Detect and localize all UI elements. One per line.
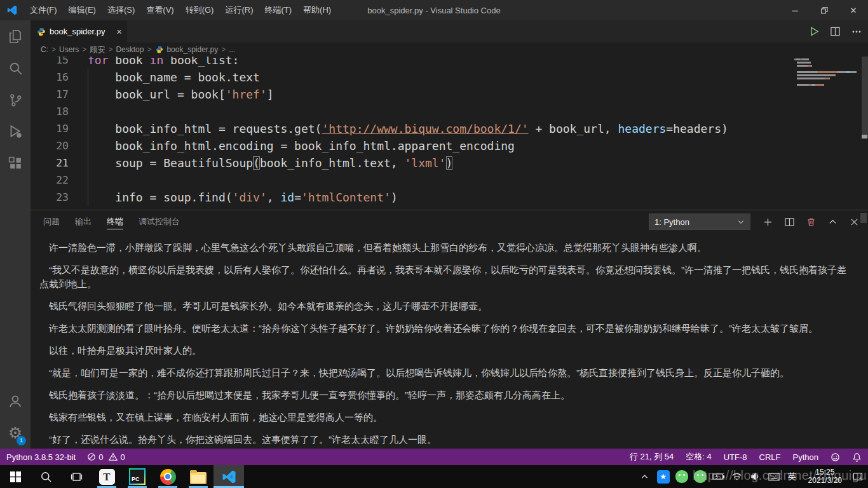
breadcrumb-item-4[interactable]: book_spider.py — [165, 45, 219, 54]
terminal-line: “就是，咱们可是一家的，难不成你还打算跟那周氏过日子？来，快把鸡汤喝了。以后想喝… — [39, 366, 850, 380]
code-line-22: 22 — [31, 172, 868, 189]
start-button[interactable] — [0, 465, 31, 488]
menu-item-2[interactable]: 选择(S) — [102, 0, 140, 20]
line-number: 20 — [31, 137, 69, 154]
tray-wechat-icon[interactable] — [675, 468, 688, 485]
tab-bar: book_spider.py × — [31, 20, 868, 43]
code-text — [69, 103, 88, 120]
minimap-line — [794, 84, 858, 86]
panel-tab-1[interactable]: 输出 — [75, 210, 92, 233]
taskbar-vscode-icon[interactable] — [214, 465, 244, 488]
explorer-icon[interactable] — [0, 20, 31, 52]
line-number: 16 — [31, 69, 69, 86]
taskbar-search-icon[interactable] — [31, 465, 61, 488]
breadcrumb: C:>Users>顾安>Desktop>book_spider.py>... — [31, 43, 868, 57]
breadcrumb-item-3[interactable]: Desktop — [114, 45, 145, 54]
menu-item-3[interactable]: 查看(V) — [140, 0, 179, 20]
code-text: book_name = book.text — [69, 69, 260, 86]
eol-status[interactable]: CRLF — [759, 452, 781, 462]
settings-gear-icon[interactable]: ⚙ 1 — [0, 417, 31, 449]
minimap-line — [794, 81, 858, 83]
breadcrumb-item-2[interactable]: 顾安 — [88, 44, 106, 55]
split-editor-button[interactable] — [831, 27, 840, 36]
code-text — [69, 172, 88, 189]
run-file-button[interactable] — [810, 27, 819, 36]
close-panel-icon[interactable] — [850, 217, 859, 227]
minimap-line — [794, 74, 858, 76]
problems-status[interactable]: 0 0 — [87, 452, 125, 462]
breadcrumb-item-5[interactable]: ... — [227, 45, 236, 54]
tab-label: book_spider.py — [50, 27, 105, 36]
tab-book-spider[interactable]: book_spider.py × — [31, 20, 127, 43]
editor-scrollbar[interactable] — [862, 57, 868, 138]
more-actions-button[interactable] — [851, 27, 862, 37]
menu-item-0[interactable]: 文件(F) — [24, 0, 63, 20]
maximize-panel-chevron-icon[interactable] — [828, 217, 837, 227]
close-window-button[interactable]: ✕ — [839, 0, 868, 20]
indentation-status[interactable]: 空格: 4 — [686, 451, 711, 463]
code-text: for book in book_list: — [69, 57, 239, 69]
cursor-position-status[interactable]: 行 21, 列 54 — [630, 451, 674, 463]
panel-tab-2[interactable]: 终端 — [107, 210, 123, 233]
error-count: 0 — [98, 452, 103, 462]
menu-item-1[interactable]: 编辑(E) — [63, 0, 102, 20]
python-interpreter-status[interactable]: Python 3.8.5 32-bit — [6, 452, 76, 462]
title-bar: 文件(F)编辑(E)选择(S)查看(V)转到(G)运行(R)终端(T)帮助(H)… — [0, 0, 868, 20]
warning-icon — [109, 452, 118, 461]
account-icon[interactable] — [0, 385, 31, 417]
line-number: 22 — [31, 172, 69, 189]
search-icon[interactable] — [0, 52, 31, 84]
terminal-line: 钱氏气得回头狠狠瞪了他一眼。孝哥儿可是钱家长孙。如今本就有退亲的念头，这儿子哪壶… — [39, 299, 850, 313]
tab-close-icon[interactable]: × — [116, 27, 122, 36]
split-terminal-button[interactable] — [785, 217, 794, 227]
code-text: book_url = book['href'] — [69, 86, 274, 103]
breadcrumb-item-1[interactable]: Users — [58, 45, 80, 54]
taskbar-explorer-icon[interactable] — [183, 465, 214, 488]
notifications-bell-icon[interactable] — [852, 452, 862, 462]
code-line-21: 21 soup = BeautifulSoup(book_info_html.t… — [31, 154, 868, 172]
menu-item-7[interactable]: 帮助(H) — [297, 0, 337, 20]
new-terminal-button[interactable] — [763, 217, 773, 227]
minimize-button[interactable]: ─ — [780, 0, 810, 20]
encoding-status[interactable]: UTF-8 — [724, 452, 747, 462]
menu-bar: 文件(F)编辑(E)选择(S)查看(V)转到(G)运行(R)终端(T)帮助(H) — [24, 0, 337, 20]
menu-item-4[interactable]: 转到(G) — [180, 0, 220, 20]
terminal-output[interactable]: 许一清脸色一滞，小胖墩跺了跺脚，心里气急这么个死丫头敢跟自己顶嘴，但看着她额头上… — [31, 233, 868, 449]
breadcrumb-separator: > — [145, 45, 153, 54]
restore-button[interactable] — [810, 0, 839, 20]
language-mode-status[interactable]: Python — [793, 452, 818, 462]
terminal-line: 以往，叶拾舟是极其讨厌叶家人的。 — [39, 344, 850, 358]
task-view-icon[interactable] — [61, 465, 92, 488]
breadcrumb-separator: > — [80, 45, 88, 54]
code-editor[interactable]: 15for book in book_list:16 book_name = b… — [31, 57, 868, 210]
terminal-scrollbar[interactable] — [860, 213, 867, 223]
minimap-line — [794, 68, 858, 70]
panel-tab-3[interactable]: 调试控制台 — [139, 210, 180, 233]
terminal-line: “我又不是故意的，横竖你以后是我表嫂，以后有人娶你了。你还怕什么。再者说，我表哥… — [39, 263, 850, 291]
breadcrumb-separator: > — [106, 45, 114, 54]
status-bar: Python 3.8.5 32-bit 0 0 行 21, 列 54 空格: 4… — [0, 449, 868, 465]
tray-star-app-icon[interactable]: ★ — [657, 468, 670, 485]
minimap-line — [794, 71, 858, 73]
line-number: 23 — [31, 189, 69, 206]
code-text: book_info_html = requests.get('http://ww… — [69, 120, 728, 137]
minimap[interactable] — [794, 58, 858, 87]
terminal-selector-dropdown[interactable]: 1: Python — [649, 214, 750, 230]
minimap-line — [794, 65, 858, 67]
menu-item-6[interactable]: 终端(T) — [259, 0, 297, 20]
taskbar-typora-icon[interactable]: T — [92, 465, 122, 488]
vscode-logo-icon — [6, 4, 18, 16]
menu-item-5[interactable]: 运行(R) — [219, 0, 259, 20]
extensions-icon[interactable] — [0, 147, 31, 179]
tray-chevron-up-icon[interactable] — [639, 468, 651, 485]
kill-terminal-trash-icon[interactable] — [806, 217, 816, 227]
taskbar-chrome-icon[interactable] — [153, 465, 183, 488]
code-line-16: 16 book_name = book.text — [31, 69, 868, 86]
breadcrumb-item-0[interactable]: C: — [39, 45, 50, 54]
source-control-icon[interactable] — [0, 84, 31, 116]
run-debug-icon[interactable] — [0, 116, 31, 147]
panel-tab-0[interactable]: 问题 — [43, 210, 60, 233]
taskbar-pycharm-icon[interactable]: PC — [122, 465, 153, 488]
error-icon — [87, 452, 96, 461]
feedback-smiley-icon[interactable] — [831, 452, 840, 462]
